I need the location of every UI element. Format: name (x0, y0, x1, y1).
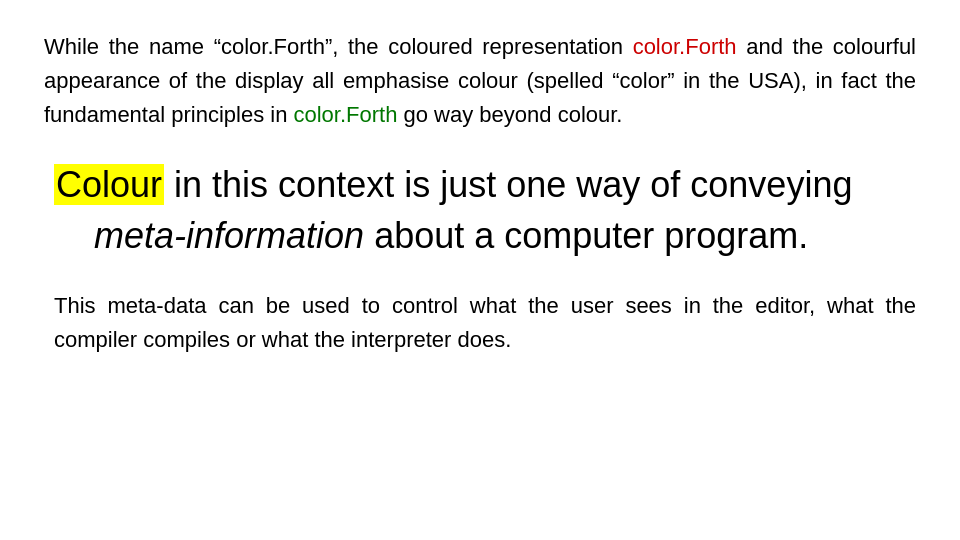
paragraph-1: While the name “color.Forth”, the colour… (44, 30, 916, 132)
paragraph-3: This meta-data can be used to control wh… (44, 289, 916, 357)
p2-italic: meta-information (54, 215, 364, 256)
p1-text-normal-1: While the name “color.Forth”, the colour… (44, 34, 633, 59)
p1-colorforth-red: color.Forth (633, 34, 737, 59)
highlight-colour: Colour (54, 164, 164, 205)
p2-text-1: in this context is just one way of conve… (164, 164, 852, 205)
paragraph-2: Colour in this context is just one way o… (44, 160, 916, 261)
p3-text: This meta-data can be used to control wh… (54, 293, 916, 352)
page-container: While the name “color.Forth”, the colour… (0, 0, 960, 540)
p2-text-2: about a computer program. (364, 215, 808, 256)
p1-text-normal-3: go way beyond colour. (397, 102, 622, 127)
p1-colorforth-green: color.Forth (293, 102, 397, 127)
